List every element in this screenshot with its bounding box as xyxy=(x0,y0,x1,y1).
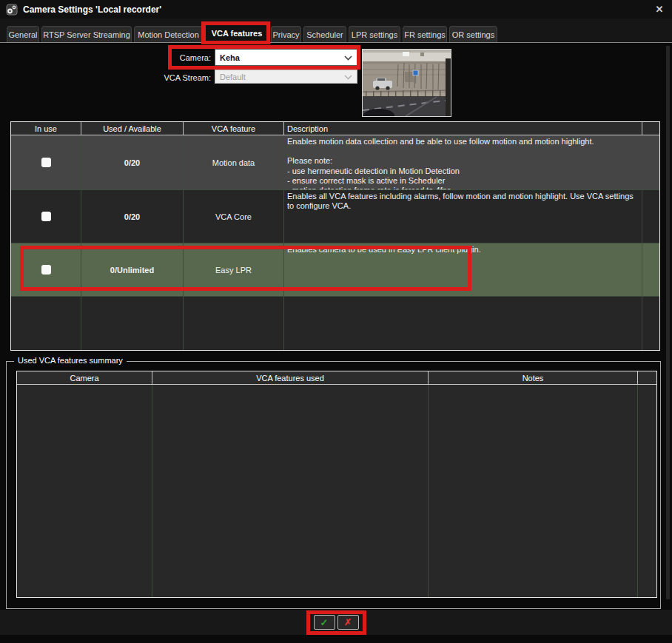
in-use-checkbox[interactable] xyxy=(41,265,51,275)
used-available-value: 0/20 xyxy=(81,190,184,243)
empty-cell xyxy=(81,297,184,350)
filler-cell xyxy=(642,243,659,296)
header-notes: Notes xyxy=(429,371,638,385)
header-camera: Camera xyxy=(17,371,152,385)
feature-row-easy-lpr[interactable]: 0/Unlimited Easy LPR Enables camera to b… xyxy=(11,243,659,297)
tab-strip: General RTSP Server Streaming Motion Det… xyxy=(0,18,672,43)
check-icon: ✓ xyxy=(320,617,329,628)
vca-stream-label: VCA Stream: xyxy=(118,73,211,82)
close-button[interactable]: ✕ xyxy=(653,4,666,14)
empty-cell xyxy=(284,297,642,350)
empty-column xyxy=(152,385,429,597)
groupbox-legend: Used VCA features summary xyxy=(14,356,127,365)
cancel-button[interactable]: ✗ xyxy=(337,615,359,630)
feature-table-header: In use Used / Available VCA feature Desc… xyxy=(11,122,659,135)
feature-description: Enables camera to be used in Easy LPR cl… xyxy=(284,243,642,296)
camera-dropdown[interactable]: Keha xyxy=(215,49,357,66)
used-vca-features-summary-groupbox: Used VCA features summary Camera VCA fea… xyxy=(6,361,661,609)
feature-description: Enables motion data collection and be ab… xyxy=(284,135,642,189)
close-icon: ✕ xyxy=(656,4,664,15)
empty-column xyxy=(429,385,638,597)
header-filler xyxy=(638,371,656,385)
vca-stream-dropdown: Default xyxy=(215,70,357,84)
dialog-button-bar: ✓ ✗ xyxy=(0,610,672,635)
summary-table-body xyxy=(17,385,656,597)
scrollbar[interactable] xyxy=(666,46,670,599)
summary-table: Camera VCA features used Notes xyxy=(16,371,657,598)
chevron-down-icon xyxy=(344,73,352,81)
camera-label: Camera: xyxy=(122,53,211,62)
camera-settings-window: Camera Settings 'Local recorder' ✕ Gener… xyxy=(0,0,672,643)
empty-column xyxy=(17,385,152,597)
chevron-down-icon xyxy=(344,53,352,62)
vca-stream-dropdown-value: Default xyxy=(220,73,246,81)
tab-vca-features[interactable]: VCA features xyxy=(205,23,269,42)
filler-cell xyxy=(642,190,659,243)
camera-dropdown-value: Keha xyxy=(220,53,240,62)
empty-column xyxy=(638,385,656,597)
in-use-checkbox[interactable] xyxy=(41,212,51,221)
camera-preview-image xyxy=(362,49,451,117)
vca-feature-name: Motion data xyxy=(184,135,284,189)
vca-feature-table: In use Used / Available VCA feature Desc… xyxy=(10,121,660,351)
in-use-checkbox[interactable] xyxy=(41,158,51,167)
tab-motion-detection[interactable]: Motion Detection xyxy=(134,26,203,42)
used-available-value: 0/Unlimited xyxy=(81,243,184,296)
vca-feature-name: VCA Core xyxy=(184,190,284,243)
header-in-use: In use xyxy=(11,122,81,135)
summary-table-header: Camera VCA features used Notes xyxy=(17,371,656,385)
empty-cell xyxy=(184,297,284,350)
tab-or-settings[interactable]: OR settings xyxy=(449,26,497,42)
tab-general[interactable]: General xyxy=(7,26,39,42)
tab-lpr-settings[interactable]: LPR settings xyxy=(349,26,400,42)
x-icon: ✗ xyxy=(344,617,352,627)
tab-fr-settings[interactable]: FR settings xyxy=(403,26,447,42)
feature-row-vca-core[interactable]: 0/20 VCA Core Enables all VCA features i… xyxy=(11,190,659,243)
tab-rtsp-server-streaming[interactable]: RTSP Server Streaming xyxy=(41,26,132,42)
header-used-available: Used / Available xyxy=(81,122,184,135)
ok-button[interactable]: ✓ xyxy=(314,615,335,630)
used-available-value: 0/20 xyxy=(81,135,184,189)
feature-row-motion-data[interactable]: 0/20 Motion data Enables motion data col… xyxy=(11,135,659,190)
feature-description: Enables all VCA features including alarm… xyxy=(284,190,642,243)
header-filler xyxy=(642,122,659,135)
header-vca-feature: VCA feature xyxy=(184,122,284,135)
feature-row-empty xyxy=(11,297,659,350)
tab-scheduler[interactable]: Scheduler xyxy=(303,26,346,42)
filler-cell xyxy=(642,135,659,189)
titlebar: Camera Settings 'Local recorder' ✕ xyxy=(0,0,672,18)
header-description: Description xyxy=(284,122,642,135)
tab-privacy[interactable]: Privacy xyxy=(271,26,301,42)
camera-gear-icon xyxy=(6,4,18,16)
vca-feature-name: Easy LPR xyxy=(184,243,284,296)
empty-cell xyxy=(11,297,81,350)
header-vca-features-used: VCA features used xyxy=(152,371,429,385)
window-title: Camera Settings 'Local recorder' xyxy=(23,4,161,15)
filler-cell xyxy=(642,297,659,350)
